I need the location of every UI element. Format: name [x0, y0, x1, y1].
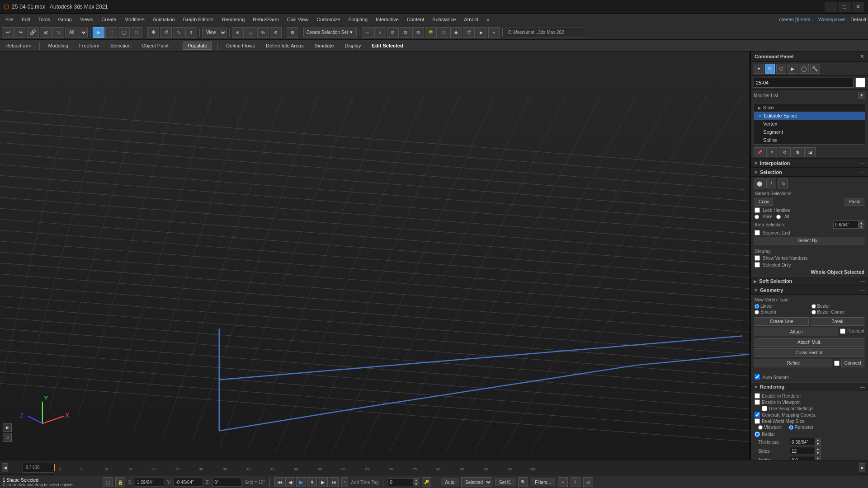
- menu-scripting[interactable]: Scripting: [344, 16, 371, 23]
- area-sel-up[interactable]: ▲: [858, 221, 864, 225]
- search-button[interactable]: 🔍: [518, 477, 528, 487]
- menu-views[interactable]: Views: [76, 16, 97, 23]
- layer-manager-button[interactable]: ⊞: [412, 27, 424, 38]
- lock-selection-button[interactable]: ⬚: [103, 477, 113, 487]
- thickness-input[interactable]: [790, 438, 815, 446]
- object-color-swatch[interactable]: [855, 78, 865, 88]
- render-button[interactable]: ▶: [476, 27, 487, 38]
- active-shade-button[interactable]: ◪: [804, 147, 816, 157]
- workspace-value[interactable]: Default: [850, 17, 866, 22]
- current-frame-input[interactable]: [388, 478, 413, 486]
- select-region-button[interactable]: ⬚: [105, 27, 117, 38]
- area-selection-input[interactable]: [833, 221, 858, 229]
- angle-snap-button[interactable]: △: [245, 27, 256, 38]
- sides-input[interactable]: [790, 447, 815, 455]
- selection-dash[interactable]: —: [860, 169, 865, 175]
- menu-graph-editors[interactable]: Graph Editors: [179, 16, 217, 23]
- scale-button[interactable]: ⤡: [173, 27, 184, 38]
- attach-mult-button[interactable]: Attach Mult.: [755, 338, 864, 347]
- viewport-radio[interactable]: [758, 425, 763, 430]
- menu-edit[interactable]: Edit: [18, 16, 34, 23]
- cp-modify-icon[interactable]: ⚙: [765, 64, 775, 74]
- add-time-tag-button[interactable]: +: [341, 477, 348, 487]
- sides-up[interactable]: ▲: [815, 447, 821, 451]
- cross-section-button[interactable]: Cross Section: [755, 348, 864, 357]
- enable-renderer-checkbox[interactable]: [755, 393, 760, 399]
- define-flows-item[interactable]: Define Flows: [223, 42, 258, 49]
- link-button[interactable]: 🔗: [27, 27, 39, 38]
- minimize-button[interactable]: —: [825, 2, 837, 12]
- go-to-start-button[interactable]: ⏮: [274, 477, 284, 487]
- key-mode-button[interactable]: 🔑: [422, 477, 431, 487]
- edit-named-sel-button[interactable]: ⊞: [287, 27, 298, 38]
- soft-selection-dash[interactable]: —: [860, 278, 865, 284]
- alike-radio[interactable]: [755, 215, 759, 219]
- rotate-button[interactable]: ↺: [160, 27, 172, 38]
- geometry-dash[interactable]: —: [860, 287, 865, 293]
- scene-explorer-button[interactable]: 🌳: [425, 27, 437, 38]
- rendering-dash[interactable]: —: [860, 384, 865, 389]
- timeline-next-button[interactable]: ▶: [859, 463, 865, 472]
- timeline-prev-button[interactable]: ◀: [2, 463, 8, 472]
- menu-rendering[interactable]: Rendering: [218, 16, 249, 23]
- generate-mapping-checkbox[interactable]: [755, 412, 760, 418]
- play-button[interactable]: ▶: [296, 477, 306, 487]
- cp-utilities-icon[interactable]: 🔧: [810, 64, 820, 74]
- set-key-button[interactable]: Set K.: [495, 479, 515, 486]
- spline-mode-icon[interactable]: ∿: [778, 178, 788, 188]
- selection-section-header[interactable]: ▼ Selection —: [751, 168, 868, 177]
- pause-button[interactable]: ⏸: [307, 477, 317, 487]
- edit-selected-item[interactable]: Edit Selected: [369, 42, 406, 49]
- menu-modifiers[interactable]: Modifiers: [121, 16, 148, 23]
- bind-button[interactable]: ⌥: [52, 27, 64, 38]
- render-setup-button[interactable]: 🎬: [463, 27, 475, 38]
- timeline[interactable]: ◀ 0 / 100 0 5 10 15 20 25 30 35 40 45 50…: [0, 460, 868, 474]
- simulate-item[interactable]: Simulate: [312, 42, 337, 49]
- percent-snap-button[interactable]: %: [257, 27, 269, 38]
- menu-group[interactable]: Group: [54, 16, 75, 23]
- sides-down[interactable]: ▼: [815, 451, 821, 455]
- renderer-radio[interactable]: [789, 425, 793, 430]
- menu-customize[interactable]: Customize: [313, 16, 344, 23]
- segment-end-checkbox[interactable]: [755, 230, 760, 235]
- z-coord-input[interactable]: [212, 478, 242, 487]
- show-vertex-checkbox[interactable]: [755, 255, 760, 261]
- cp-create-icon[interactable]: ✦: [754, 64, 764, 74]
- x-coord-input[interactable]: [135, 478, 164, 487]
- connect-button[interactable]: Connect: [841, 359, 864, 367]
- attach-button[interactable]: Attach: [755, 328, 838, 336]
- interpolation-dash[interactable]: —: [860, 160, 865, 166]
- panel-scroll-area[interactable]: ▼ Interpolation — ▼ Selection — ⬤ / ∿: [751, 159, 868, 460]
- prev-frame-button[interactable]: ◀: [285, 477, 295, 487]
- squash-button[interactable]: ⇕: [185, 27, 197, 38]
- menu-rebusfarm[interactable]: RebusFarm: [249, 16, 282, 23]
- stack-sub-vertex[interactable]: Vertex: [754, 120, 865, 128]
- menu-arnold[interactable]: Arnold: [460, 16, 482, 23]
- pin-stack-button[interactable]: 📌: [754, 147, 765, 157]
- rendering-section-header[interactable]: ▼ Rendering —: [751, 382, 868, 391]
- spinner-snap-button[interactable]: ⚙: [270, 27, 282, 38]
- material-editor-button[interactable]: ◉: [450, 27, 462, 38]
- copy-named-sel-button[interactable]: Copy: [755, 198, 773, 206]
- lock-transform-button[interactable]: 🔒: [115, 477, 125, 487]
- viewport-canvas[interactable]: X Y Z: [0, 52, 750, 460]
- menu-substance[interactable]: Substance: [429, 16, 459, 23]
- align-options-button[interactable]: ⊟: [387, 27, 399, 38]
- toolbar2-modeling[interactable]: Modeling: [45, 42, 71, 49]
- auto-smooth-checkbox[interactable]: [755, 374, 760, 380]
- geometry-header[interactable]: ▼ Geometry —: [751, 286, 868, 295]
- show-modifiers-button[interactable]: ≡: [766, 147, 778, 157]
- walk-through-button[interactable]: 🚶: [571, 477, 580, 487]
- reference-dropdown[interactable]: View: [202, 28, 227, 38]
- menu-interactive[interactable]: Interactive: [372, 16, 402, 23]
- mirror-button[interactable]: ↔: [362, 27, 373, 38]
- align-button[interactable]: ≡: [374, 27, 386, 38]
- undo-button[interactable]: ↩: [2, 27, 14, 38]
- real-world-checkbox[interactable]: [755, 418, 760, 424]
- thickness-down[interactable]: ▼: [815, 442, 821, 446]
- cp-display-icon[interactable]: ◯: [799, 64, 809, 74]
- bezier-corner-radio[interactable]: [811, 310, 816, 314]
- more-tools-button[interactable]: »: [488, 27, 500, 38]
- toolbar2-rebusfarm[interactable]: RebusFarm: [3, 42, 34, 49]
- maximize-button[interactable]: □: [838, 2, 851, 12]
